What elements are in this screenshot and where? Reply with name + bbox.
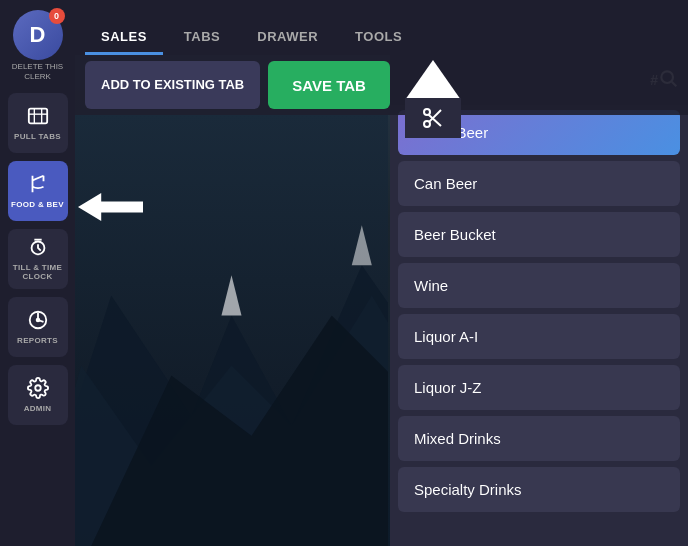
tab-sales[interactable]: SALES: [85, 21, 163, 55]
category-mixed-drinks[interactable]: Mixed Drinks: [398, 416, 680, 461]
category-liquor-j-z[interactable]: Liquor J-Z: [398, 365, 680, 410]
mountain-background: [75, 115, 388, 546]
action-bar: ADD TO EXISTING TAB SAVE TAB: [75, 55, 688, 115]
reports-icon: [27, 309, 49, 334]
sidebar-item-till-time[interactable]: TILL & TIME CLOCK: [8, 229, 68, 289]
admin-icon: [27, 377, 49, 402]
sidebar: D 0 DELETE THIS CLERK PULL TABS FO: [0, 0, 75, 546]
svg-point-16: [35, 385, 41, 391]
category-wine[interactable]: Wine: [398, 263, 680, 308]
avatar-letter: D: [30, 22, 46, 48]
category-specialty-drinks[interactable]: Specialty Drinks: [398, 467, 680, 512]
save-tab-button[interactable]: SAVE TAB: [268, 61, 390, 109]
user-avatar[interactable]: D 0: [13, 10, 63, 60]
svg-point-15: [36, 318, 39, 321]
admin-label: ADMIN: [24, 405, 52, 414]
food-bev-icon: [27, 173, 49, 198]
tab-tools[interactable]: TOOLS: [339, 21, 418, 55]
svg-line-11: [32, 176, 43, 181]
sidebar-item-food-bev[interactable]: FOOD & BEV: [8, 161, 68, 221]
pull-tabs-label: PULL TABS: [14, 133, 61, 142]
tab-tabs[interactable]: TABS: [168, 21, 236, 55]
food-bev-label: FOOD & BEV: [11, 201, 64, 210]
till-time-label: TILL & TIME CLOCK: [8, 264, 68, 282]
pull-tabs-icon: [27, 105, 49, 130]
food-bev-arrow-indicator: [78, 193, 143, 225]
sidebar-item-pull-tabs[interactable]: PULL TABS: [8, 93, 68, 153]
notification-badge: 0: [49, 8, 65, 24]
up-arrow-icon: [405, 60, 461, 100]
svg-rect-6: [28, 108, 46, 123]
arrow-up-button[interactable]: [403, 58, 463, 113]
till-time-icon: [27, 236, 49, 261]
category-can-beer[interactable]: Can Beer: [398, 161, 680, 206]
category-beer-bucket[interactable]: Beer Bucket: [398, 212, 680, 257]
delete-clerk-label: DELETE THIS CLERK: [0, 62, 75, 81]
reports-label: REPORTS: [17, 337, 58, 346]
top-navigation: SALES TABS DRAWER TOOLS: [75, 0, 688, 55]
sidebar-item-admin[interactable]: ADMIN: [8, 365, 68, 425]
svg-marker-21: [78, 193, 143, 221]
category-list: Bottle Beer Can Beer Beer Bucket Wine Li…: [390, 105, 688, 546]
tab-drawer[interactable]: DRAWER: [241, 21, 334, 55]
add-to-existing-tab-button[interactable]: ADD TO EXISTING TAB: [85, 61, 260, 109]
svg-point-18: [424, 121, 430, 127]
sidebar-item-reports[interactable]: REPORTS: [8, 297, 68, 357]
scissors-icon: [405, 98, 461, 138]
category-liquor-a-i[interactable]: Liquor A-I: [398, 314, 680, 359]
